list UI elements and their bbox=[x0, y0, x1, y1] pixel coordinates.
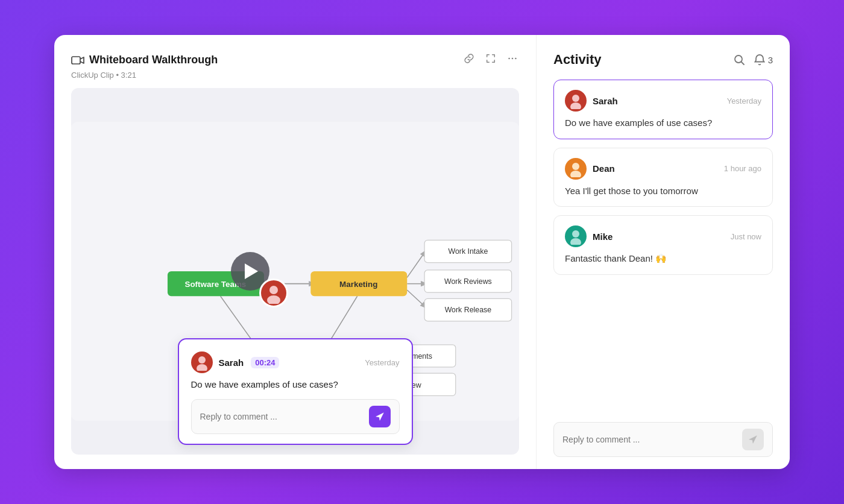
activity-title: Activity bbox=[553, 52, 601, 68]
comments-list: Sarah Yesterday Do we have examples of u… bbox=[553, 80, 773, 414]
bubble-avatar-sarah bbox=[191, 351, 213, 373]
bubble-send-button[interactable] bbox=[369, 406, 391, 427]
svg-point-42 bbox=[570, 238, 581, 245]
commenter-name-sarah: Sarah bbox=[593, 96, 618, 106]
bubble-reply-area bbox=[191, 399, 400, 434]
avatar-mike bbox=[565, 225, 587, 247]
expand-button[interactable] bbox=[484, 52, 497, 68]
activity-reply-area bbox=[553, 422, 773, 457]
video-area: Software Teams Marketing Work Intake Wor… bbox=[71, 88, 519, 455]
bubble-timestamp-badge: 00:24 bbox=[251, 357, 279, 368]
avatar-dean bbox=[565, 158, 587, 180]
comment-header-dean: Dean 1 hour ago bbox=[565, 158, 761, 180]
bubble-author-name: Sarah bbox=[219, 358, 244, 368]
video-actions bbox=[462, 52, 519, 68]
right-panel: Activity 3 Sarah Yesterday bbox=[537, 35, 790, 469]
comment-text-dean: Yea I'll get those to you tomorrow bbox=[565, 184, 761, 198]
activity-header: Activity 3 bbox=[553, 52, 773, 68]
svg-point-38 bbox=[570, 102, 581, 109]
activity-send-button[interactable] bbox=[742, 429, 764, 450]
svg-line-36 bbox=[742, 62, 744, 65]
video-subtitle: ClickUp Clip • 3:21 bbox=[71, 71, 519, 80]
video-header: Whiteboard Walkthrough bbox=[71, 52, 519, 68]
comment-header-sarah: Sarah Yesterday bbox=[565, 90, 761, 112]
svg-point-1 bbox=[508, 58, 510, 60]
svg-point-34 bbox=[197, 364, 207, 371]
bubble-comment-text: Do we have examples of use cases? bbox=[191, 379, 400, 389]
bubble-header: Sarah 00:24 Yesterday bbox=[191, 351, 400, 373]
play-triangle-icon bbox=[245, 263, 258, 279]
commenter-name-mike: Mike bbox=[593, 232, 613, 242]
commenter-name-dean: Dean bbox=[593, 163, 615, 174]
video-comment-bubble: Sarah 00:24 Yesterday Do we have example… bbox=[178, 338, 413, 445]
video-clip-icon bbox=[71, 54, 84, 67]
comment-text-sarah: Do we have examples of use cases? bbox=[565, 116, 761, 130]
search-button[interactable] bbox=[733, 54, 745, 66]
bubble-date: Yesterday bbox=[365, 358, 399, 367]
svg-point-33 bbox=[198, 356, 206, 364]
comment-time-sarah: Yesterday bbox=[727, 96, 761, 106]
svg-point-35 bbox=[735, 55, 742, 63]
svg-text:Marketing: Marketing bbox=[339, 280, 377, 289]
bubble-reply-input[interactable] bbox=[200, 412, 364, 421]
avatar-sarah bbox=[565, 90, 587, 112]
comment-card-dean: Dean 1 hour ago Yea I'll get those to yo… bbox=[553, 148, 773, 207]
svg-text:Work Intake: Work Intake bbox=[448, 247, 488, 256]
left-panel: Whiteboard Walkthrough ClickUp Clip • 3:… bbox=[54, 35, 537, 469]
svg-point-3 bbox=[515, 58, 517, 60]
comment-time-dean: 1 hour ago bbox=[724, 164, 761, 173]
svg-rect-0 bbox=[72, 57, 80, 64]
comment-time-mike: Just now bbox=[731, 232, 761, 241]
svg-point-31 bbox=[267, 295, 280, 304]
svg-point-39 bbox=[572, 163, 579, 170]
svg-point-2 bbox=[512, 58, 514, 60]
link-button[interactable] bbox=[462, 52, 476, 68]
video-title: Whiteboard Walkthrough bbox=[89, 54, 218, 66]
comment-card-mike: Mike Just now Fantastic thank Dean! 🙌 bbox=[553, 215, 773, 275]
comment-header-mike: Mike Just now bbox=[565, 225, 761, 247]
notifications-count: 3 bbox=[768, 55, 773, 65]
video-avatar bbox=[259, 279, 288, 307]
more-button[interactable] bbox=[506, 52, 519, 68]
svg-point-37 bbox=[572, 95, 579, 102]
svg-point-40 bbox=[570, 171, 581, 177]
svg-text:Work Release: Work Release bbox=[445, 306, 492, 314]
comment-card-sarah: Sarah Yesterday Do we have examples of u… bbox=[553, 80, 773, 139]
video-title-row: Whiteboard Walkthrough bbox=[71, 54, 218, 67]
comment-text-mike: Fantastic thank Dean! 🙌 bbox=[565, 252, 761, 266]
activity-icons: 3 bbox=[733, 54, 773, 66]
svg-point-30 bbox=[269, 286, 278, 294]
notifications-badge[interactable]: 3 bbox=[754, 54, 773, 66]
svg-point-41 bbox=[572, 230, 579, 238]
activity-reply-input[interactable] bbox=[562, 435, 737, 444]
svg-text:Work Reviews: Work Reviews bbox=[444, 277, 492, 286]
main-card: Whiteboard Walkthrough ClickUp Clip • 3:… bbox=[54, 35, 790, 469]
